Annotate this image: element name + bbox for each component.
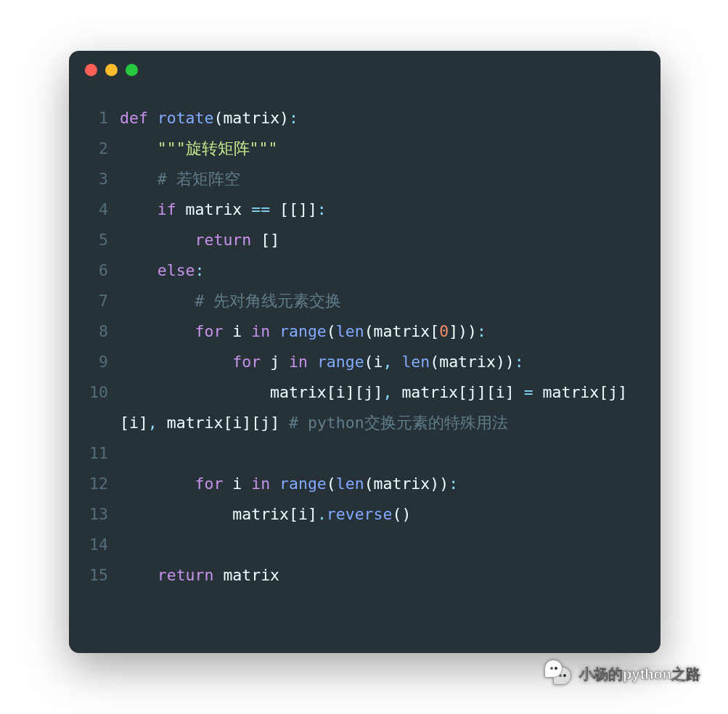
line-number: 5 [69,225,120,255]
code-line: 13 matrix[i].reverse() [69,499,640,530]
code-line: 15 return matrix [69,560,640,591]
watermark-text: 小杨的python之路 [579,665,700,684]
line-number: 15 [69,560,120,591]
code-content: # 先对角线元素交换 [120,286,640,316]
code-line: 2 """旋转矩阵""" [69,134,640,164]
code-content: matrix[i].reverse() [120,499,640,530]
code-line: 7 # 先对角线元素交换 [69,286,640,316]
code-content: else: [120,255,640,286]
titlebar [69,51,660,89]
line-number: 10 [69,377,120,408]
close-icon[interactable] [85,64,97,76]
line-number: 12 [69,469,120,499]
code-line: 9 for j in range(i, len(matrix)): [69,347,640,377]
line-number: 4 [69,194,120,225]
code-line: 6 else: [69,255,640,286]
code-content: if matrix == [[]]: [120,194,640,225]
code-line: 8 for i in range(len(matrix[0])): [69,316,640,347]
code-line: 3 # 若矩阵空 [69,164,640,194]
code-content [120,530,640,560]
line-number: 1 [69,103,120,134]
code-content [120,438,640,469]
code-line: 1def rotate(matrix): [69,103,640,134]
line-number: 2 [69,134,120,164]
code-content: for i in range(len(matrix)): [120,469,640,499]
code-line: 5 return [] [69,225,640,255]
code-content: for i in range(len(matrix[0])): [120,316,640,347]
wechat-icon [544,660,573,689]
maximize-icon[interactable] [126,64,138,76]
code-content: """旋转矩阵""" [120,134,640,164]
code-line: 4 if matrix == [[]]: [69,194,640,225]
code-content: # 若矩阵空 [120,164,640,194]
line-number: 3 [69,164,120,194]
code-content: return [] [120,225,640,255]
code-content: return matrix [120,560,640,591]
code-content: for j in range(i, len(matrix)): [120,347,640,377]
line-number: 14 [69,530,120,560]
code-line: 12 for i in range(len(matrix)): [69,469,640,499]
line-number: 11 [69,438,120,469]
code-line: 10 matrix[i][j], matrix[j][i] = matrix[j… [69,377,640,438]
line-number: 7 [69,286,120,316]
watermark: 小杨的python之路 [544,660,700,689]
code-content: matrix[i][j], matrix[j][i] = matrix[j][i… [120,377,640,438]
line-number: 6 [69,255,120,286]
code-line: 14 [69,530,640,560]
code-window: 1def rotate(matrix):2 """旋转矩阵"""3 # 若矩阵空… [69,51,660,653]
code-line: 11 [69,438,640,469]
code-content: def rotate(matrix): [120,103,640,134]
line-number: 13 [69,499,120,530]
line-number: 8 [69,316,120,347]
code-editor: 1def rotate(matrix):2 """旋转矩阵"""3 # 若矩阵空… [69,89,660,605]
minimize-icon[interactable] [105,64,118,76]
line-number: 9 [69,347,120,377]
